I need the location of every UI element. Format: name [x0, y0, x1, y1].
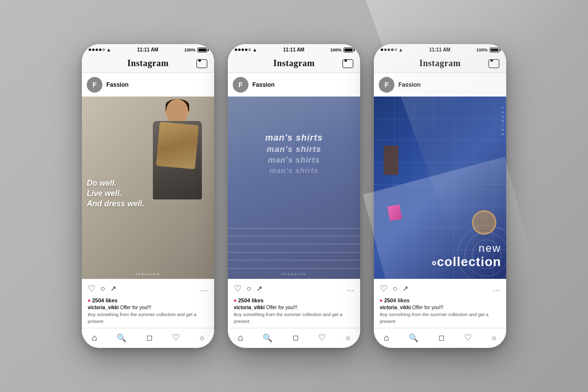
caption-username-2[interactable]: victoria_vikki — [234, 305, 265, 310]
signal-dot — [381, 49, 383, 51]
shirt-lines-visual — [228, 178, 360, 279]
profile-name-3[interactable]: Fassion — [398, 81, 420, 88]
signal-dots-3 — [381, 49, 397, 51]
share-button-2[interactable]: ↗ — [256, 284, 263, 293]
more-button-1[interactable]: ... — [201, 285, 208, 293]
profile-row-1[interactable]: F Fassion — [82, 73, 214, 97]
collection-label: collection — [432, 255, 501, 269]
comment-button-3[interactable]: ○ — [392, 284, 397, 293]
man-scarf — [156, 122, 199, 170]
signal-dot — [384, 49, 387, 51]
post1-brand-tag: #FASHION — [136, 272, 161, 276]
nav-home-1[interactable]: ⌂ — [92, 333, 97, 343]
post-actions-3: ♡ ○ ↗ ... — [374, 279, 506, 296]
status-left-2: ▲ — [235, 47, 257, 52]
nav-profile-2[interactable]: ○ — [346, 334, 350, 342]
more-button-2[interactable]: ... — [347, 285, 354, 293]
comment-button-2[interactable]: ○ — [246, 284, 251, 293]
avatar-1[interactable]: F — [87, 77, 102, 93]
battery-fill-2 — [344, 49, 352, 51]
status-left-3: ▲ — [381, 47, 403, 52]
caption-username-3[interactable]: victoria_vikki — [380, 305, 411, 310]
direct-message-icon-1[interactable] — [196, 59, 207, 68]
nav-search-1[interactable]: 🔍 — [117, 333, 126, 343]
nav-heart-3[interactable]: ♡ — [464, 332, 472, 343]
dm-box-2[interactable] — [343, 59, 353, 68]
post-info-1: ♥ 2504 likes victoria_vikki Offer for yo… — [82, 296, 214, 328]
brand-vertical-text: FASHION — [501, 106, 504, 137]
direct-message-icon-3[interactable] — [489, 59, 499, 68]
signal-dot — [242, 49, 244, 51]
comment-button-1[interactable]: ○ — [100, 284, 105, 293]
status-bar-1: ▲ 11:11 AM 100% — [82, 44, 214, 54]
shirt-line — [228, 252, 360, 253]
dm-box-1[interactable] — [196, 59, 207, 68]
shirts-line-3: man's shirts — [268, 156, 320, 165]
bottom-nav-3: ⌂ 🔍 ◻ ♡ ○ — [374, 328, 506, 348]
caption-desc-2: Buy something from the summer collection… — [234, 312, 343, 324]
direct-message-icon-2[interactable] — [343, 59, 353, 68]
nav-home-3[interactable]: ⌂ — [384, 333, 389, 343]
battery-percent-3: 100% — [476, 48, 488, 52]
caption-1: victoria_vikki Offer for you!!! Buy some… — [88, 304, 208, 325]
likes-number-2: 2504 likes — [238, 297, 264, 303]
nav-camera-1[interactable]: ◻ — [147, 333, 152, 342]
likes-count-3: ♥ 2504 likes — [380, 297, 500, 303]
more-button-3[interactable]: ... — [493, 285, 500, 293]
share-button-1[interactable]: ↗ — [110, 284, 117, 293]
signal-dot-empty — [102, 49, 105, 51]
profile-row-3[interactable]: F Fassion — [374, 73, 506, 97]
post3-background: FASHION new collection — [374, 97, 506, 279]
post-image-1: Do well. Live well. And dress well. #FAS… — [82, 97, 214, 279]
ig-logo-3: Instagram — [419, 58, 461, 69]
status-bar-3: ▲ 11:11 AM 100% — [374, 44, 506, 54]
post1-quote-overlay: Do well. Live well. And dress well. — [87, 178, 144, 209]
signal-dot — [238, 49, 241, 51]
nav-heart-1[interactable]: ♡ — [172, 332, 180, 343]
avatar-2[interactable]: F — [233, 77, 248, 93]
share-button-3[interactable]: ↗ — [402, 284, 409, 293]
dm-box-3[interactable] — [489, 59, 499, 68]
nav-home-2[interactable]: ⌂ — [238, 333, 243, 343]
shirts-line-1: man's shirts — [265, 133, 322, 143]
nav-search-3[interactable]: 🔍 — [409, 333, 418, 343]
caption-label-3: Offer for you!!! — [412, 305, 443, 310]
avatar-3[interactable]: F — [379, 77, 394, 93]
post-actions-1: ♡ ○ ↗ ... — [82, 279, 214, 296]
like-button-1[interactable]: ♡ — [88, 283, 96, 294]
phone-3: ▲ 11:11 AM 100% Instagram F Fassion — [374, 44, 506, 348]
shirts-line-2: man's shirts — [267, 145, 321, 154]
like-button-3[interactable]: ♡ — [380, 283, 388, 294]
likes-number-3: 2504 likes — [384, 297, 410, 303]
actions-left-1: ♡ ○ ↗ — [88, 283, 117, 294]
caption-username-1[interactable]: victoria_vikki — [88, 305, 119, 310]
signal-dots-1 — [89, 49, 105, 51]
nav-heart-2[interactable]: ♡ — [318, 332, 326, 343]
nav-profile-1[interactable]: ○ — [200, 334, 204, 342]
post-image-2: man's shirts man's shirts man's shirts m… — [228, 97, 360, 279]
nav-camera-2[interactable]: ◻ — [293, 333, 298, 342]
status-right-3: 100% — [476, 48, 499, 52]
profile-row-2[interactable]: F Fassion — [228, 73, 360, 97]
signal-dot — [235, 49, 237, 51]
like-button-2[interactable]: ♡ — [234, 283, 242, 294]
signal-dot-empty — [248, 49, 251, 51]
nav-search-2[interactable]: 🔍 — [263, 333, 272, 343]
man-figure-container — [146, 99, 209, 212]
post-actions-2: ♡ ○ ↗ ... — [228, 279, 360, 296]
status-left-1: ▲ — [89, 47, 111, 52]
likes-count-1: ♥ 2504 likes — [88, 297, 208, 303]
belt-visual — [384, 146, 398, 175]
profile-name-1[interactable]: Fassion — [106, 81, 128, 88]
collection-dot-icon — [432, 261, 436, 265]
signal-dot — [245, 49, 247, 51]
ig-header-3: Instagram — [374, 54, 506, 73]
heart-icon-1: ♥ — [88, 298, 91, 303]
heart-icon-2: ♥ — [234, 298, 237, 303]
status-right-2: 100% — [330, 48, 353, 52]
likes-number-1: 2504 likes — [92, 297, 118, 303]
signal-dot — [391, 49, 393, 51]
nav-camera-3[interactable]: ◻ — [439, 333, 444, 342]
nav-profile-3[interactable]: ○ — [492, 334, 496, 342]
profile-name-2[interactable]: Fassion — [252, 81, 274, 88]
